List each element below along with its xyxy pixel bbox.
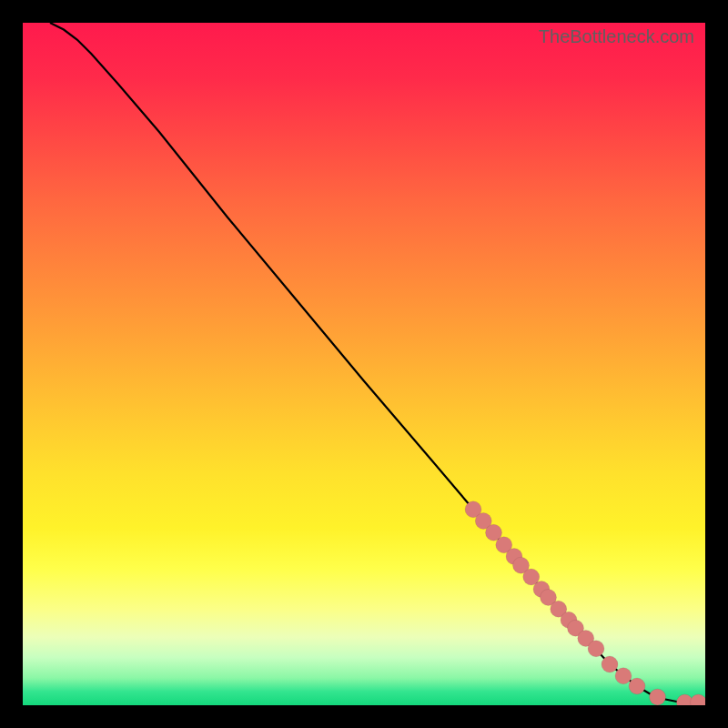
markers-group: [465, 501, 705, 705]
data-marker: [629, 678, 645, 694]
plot-area: TheBottleneck.com: [23, 23, 705, 705]
data-marker: [691, 694, 706, 705]
curve-line: [50, 23, 705, 703]
data-marker: [615, 668, 632, 684]
data-marker: [602, 656, 618, 672]
chart-svg: [23, 23, 705, 705]
data-marker: [588, 641, 604, 657]
data-marker: [650, 689, 666, 705]
watermark-text: TheBottleneck.com: [539, 26, 694, 47]
